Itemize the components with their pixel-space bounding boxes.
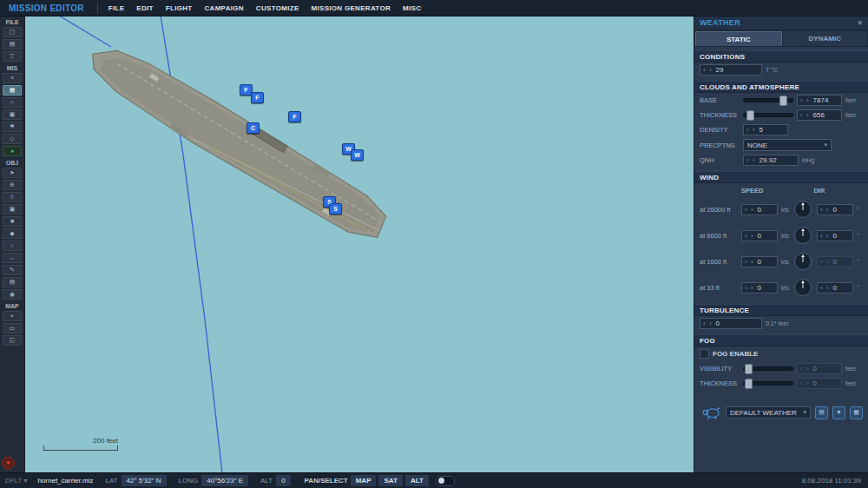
spinner-arrows-icon[interactable]: ‹ › (820, 206, 830, 214)
static-object-icon[interactable]: ■ (3, 216, 22, 227)
temperature-spinner[interactable]: ‹ › 29 (700, 64, 762, 76)
zone-icon[interactable]: ○ (3, 241, 22, 251)
spinner-arrows-icon[interactable]: ‹ › (745, 284, 754, 292)
map-tool-icon[interactable]: ▦ (3, 85, 22, 96)
spinner-arrows-icon[interactable]: ‹ › (746, 126, 756, 134)
spinner-arrows-icon[interactable]: ‹ › (820, 232, 830, 240)
menu-campaign[interactable]: CAMPAIGN (204, 4, 243, 12)
distance-tool-icon[interactable]: ↔ (3, 253, 22, 263)
goals-icon[interactable]: ⚑ (3, 122, 22, 132)
map-view-toggle[interactable] (436, 476, 455, 486)
tab-static[interactable]: STATIC (695, 31, 782, 46)
menu-customize[interactable]: CUSTOMIZE (256, 4, 299, 12)
layers-icon[interactable]: ◱ (3, 335, 22, 346)
wind-direction-dial[interactable] (794, 253, 812, 270)
wind-speed-spinner[interactable]: ‹ › 0 (741, 256, 778, 267)
map-canvas[interactable] (24, 16, 694, 473)
unit-marker[interactable]: F (251, 92, 264, 103)
airplane-icon[interactable]: ➤ (3, 168, 22, 178)
close-icon[interactable]: ✕ (857, 19, 863, 27)
tab-dynamic[interactable]: DYNAMIC (783, 31, 868, 46)
save-preset-icon[interactable]: ▼ (832, 406, 845, 419)
new-mission-icon[interactable]: ▢ (3, 27, 22, 37)
route-tool-icon[interactable]: ≈ (3, 97, 22, 108)
wind-dir-spinner[interactable]: ‹ › 0 (817, 204, 853, 215)
menu-flight[interactable]: FLIGHT (166, 4, 193, 12)
cloud-thickness-spinner[interactable]: ‹ › 656 (797, 109, 842, 121)
slider-handle[interactable] (745, 364, 753, 374)
wind-dir-spinner[interactable]: ‹ › 0 (817, 230, 853, 241)
slider-handle[interactable] (745, 379, 753, 389)
unit-marker[interactable]: C (247, 122, 260, 134)
center-map-icon[interactable]: ⌖ (3, 311, 22, 321)
spinner-arrows-icon[interactable]: ‹ › (745, 206, 754, 214)
menu-mission-generator[interactable]: MISSION GENERATOR (312, 4, 391, 12)
spinner-arrows-icon[interactable]: ‹ › (703, 66, 713, 74)
slider-handle[interactable] (779, 96, 787, 106)
cloud-thickness-slider[interactable] (743, 113, 793, 117)
weather-preset-dropdown[interactable]: DEFAULT WEATHER ▾ (726, 406, 811, 419)
open-preset-icon[interactable]: ▤ (815, 406, 828, 419)
wind-speed-spinner[interactable]: ‹ › 0 (741, 230, 778, 241)
layer-selector[interactable]: DFLT ▾ (5, 477, 27, 485)
menu-misc[interactable]: MISC (403, 4, 421, 12)
fog-visibility-slider[interactable] (743, 366, 793, 371)
spinner-arrows-icon[interactable]: ‹ › (820, 284, 830, 292)
spinner-arrows-icon[interactable]: ‹ › (703, 320, 713, 327)
wind-direction-dial[interactable] (794, 279, 812, 296)
cloud-base-spinner[interactable]: ‹ › 7874 (797, 95, 842, 106)
fog-enable-checkbox[interactable] (700, 349, 709, 359)
helicopter-icon[interactable]: ⊕ (3, 180, 22, 190)
vehicle-icon[interactable]: ▣ (3, 204, 22, 214)
triggers-icon[interactable]: ▣ (3, 109, 22, 120)
alt-mode-button[interactable]: ALT (405, 475, 429, 486)
wind-speed-spinner[interactable]: ‹ › 0 (741, 282, 778, 293)
fog-visibility-spinner[interactable]: ‹ › 0 (797, 363, 842, 374)
turbulence-spinner[interactable]: ‹ › 0 (700, 318, 762, 329)
spinner-arrows-icon[interactable]: ‹ › (800, 111, 810, 119)
precipitation-dropdown[interactable]: NONE ▾ (743, 139, 832, 151)
options-icon[interactable]: ◇ (3, 134, 22, 144)
menu-edit[interactable]: EDIT (136, 4, 153, 12)
template-icon[interactable]: ▤ (3, 277, 22, 287)
wind-dir-spinner[interactable]: ‹ › 0 (817, 282, 853, 293)
region-icon[interactable]: ▭ (3, 323, 22, 333)
aircraft-carrier[interactable] (80, 35, 394, 249)
start-mission-icon[interactable]: ● (3, 146, 22, 156)
draw-tool-icon[interactable]: ✎ (3, 265, 22, 275)
cloud-base-slider[interactable] (743, 98, 793, 102)
turbulence-row: ‹ › 0 0.1* feet (694, 316, 868, 331)
delete-preset-icon[interactable]: ▦ (850, 406, 863, 419)
fog-thickness-spinner[interactable]: ‹ › 0 (797, 378, 842, 389)
wind-direction-dial[interactable] (794, 227, 812, 244)
record-indicator-icon[interactable]: ● (2, 457, 15, 470)
wind-speed-spinner[interactable]: ‹ › 0 (741, 204, 778, 215)
spinner-arrows-icon[interactable]: ‹ › (745, 232, 754, 240)
cloud-density-spinner[interactable]: ‹ › 5 (743, 124, 788, 135)
spinner-arrows-icon[interactable]: ‹ › (800, 365, 810, 373)
qnh-spinner[interactable]: ‹ › 29.92 (743, 155, 799, 166)
unit-marker[interactable]: F (288, 111, 301, 122)
spinner-arrows-icon[interactable]: ‹ › (820, 258, 830, 266)
unit-marker[interactable]: S (329, 203, 342, 214)
open-mission-icon[interactable]: ▤ (3, 39, 22, 49)
target-icon[interactable]: ◉ (3, 289, 22, 300)
sat-mode-button[interactable]: SAT (378, 475, 402, 486)
map-mode-button[interactable]: MAP (351, 475, 377, 486)
route-line-short[interactable] (59, 16, 111, 47)
spinner-arrows-icon[interactable]: ‹ › (800, 96, 810, 104)
fog-thickness-slider[interactable] (743, 381, 793, 386)
menu-file[interactable]: FILE (108, 4, 125, 12)
group-icon[interactable]: ◆ (3, 228, 22, 239)
spinner-arrows-icon[interactable]: ‹ › (800, 379, 810, 387)
spinner-arrows-icon[interactable]: ‹ › (746, 156, 756, 164)
save-mission-icon[interactable]: ▽ (3, 51, 22, 62)
unit-marker[interactable]: W (351, 149, 364, 161)
wind-dir-spinner[interactable]: ‹ › 0 (817, 256, 853, 267)
spinner-arrows-icon[interactable]: ‹ › (745, 258, 754, 266)
wind-direction-dial[interactable] (794, 201, 812, 218)
slider-handle[interactable] (746, 110, 754, 121)
map-viewport[interactable]: 200 feet FFFCWWSS (24, 16, 694, 473)
briefing-icon[interactable]: ≡ (3, 73, 22, 83)
ship-icon[interactable]: ◊ (3, 192, 22, 202)
